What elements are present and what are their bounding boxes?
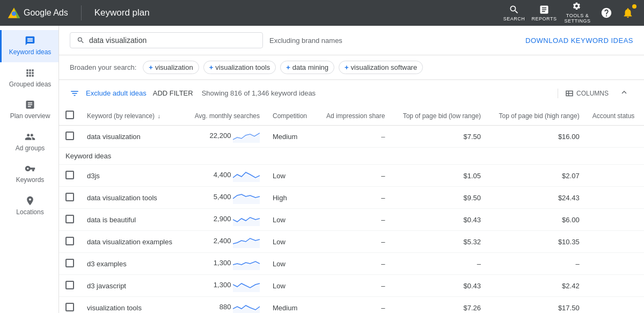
chevron-up-icon bbox=[619, 88, 629, 97]
search-input-wrapper[interactable] bbox=[70, 32, 263, 48]
svg-marker-3 bbox=[233, 133, 260, 143]
keyword-table: Keyword (by relevance) ↓ Avg. monthly se… bbox=[59, 106, 644, 313]
sparkline-chart bbox=[233, 191, 260, 204]
broaden-label: Broaden your search: bbox=[70, 63, 136, 71]
google-ads-logo-icon bbox=[6, 5, 21, 20]
keyword-cell: d3 javascript bbox=[80, 275, 184, 297]
broaden-chip-visualization-tools[interactable]: + visualization tools bbox=[203, 61, 276, 74]
search-nav-button[interactable]: SEARCH bbox=[500, 0, 528, 26]
keyword-header: Keyword (by relevance) ↓ bbox=[80, 106, 184, 126]
row-checkbox[interactable] bbox=[65, 171, 74, 179]
main-content: Excluding brand names DOWNLOAD KEYWORD I… bbox=[59, 26, 644, 313]
sparkline-chart bbox=[233, 130, 260, 143]
row-checkbox[interactable] bbox=[65, 303, 74, 311]
search-bar: Excluding brand names DOWNLOAD KEYWORD I… bbox=[59, 26, 644, 55]
keyword-cell: d3js bbox=[80, 165, 184, 187]
sidebar: Keyword ideas Grouped ideas Plan overvie… bbox=[0, 26, 59, 313]
keyword-cell: data visualization bbox=[80, 126, 184, 148]
columns-icon bbox=[565, 89, 574, 98]
sidebar-item-keywords[interactable]: Keywords bbox=[0, 158, 58, 190]
sidebar-item-plan-overview[interactable]: Plan overview bbox=[0, 94, 58, 126]
keyword-cell: d3 examples bbox=[80, 253, 184, 275]
tools-settings-nav-button[interactable]: TOOLS & SETTINGS bbox=[560, 0, 595, 26]
sort-icon[interactable]: ↓ bbox=[157, 113, 160, 119]
account-status-header: Account status bbox=[586, 106, 644, 126]
row-checkbox[interactable] bbox=[65, 193, 74, 201]
row-checkbox[interactable] bbox=[65, 215, 74, 223]
sidebar-item-label: Locations bbox=[16, 208, 43, 217]
sparkline-chart bbox=[233, 301, 260, 313]
top-bid-low-header: Top of page bid (low range) bbox=[391, 106, 487, 126]
table-row: d3js 4,400 Low – $1.05 $2.07 bbox=[59, 165, 644, 187]
sparkline-chart bbox=[233, 257, 260, 270]
table-row: data visualization examples 2,400 Low – … bbox=[59, 231, 644, 253]
sparkline-chart bbox=[233, 235, 260, 248]
row-checkbox[interactable] bbox=[65, 237, 74, 245]
search-input[interactable] bbox=[89, 36, 256, 45]
app-logo: Google Ads bbox=[6, 5, 68, 20]
keyword-cell: data is beautiful bbox=[80, 209, 184, 231]
help-button[interactable] bbox=[597, 3, 616, 23]
nav-divider bbox=[81, 5, 82, 20]
row-checkbox[interactable] bbox=[65, 259, 74, 267]
select-all-checkbox[interactable] bbox=[65, 111, 74, 119]
exclude-adult-button[interactable]: Exclude adult ideas bbox=[86, 89, 147, 97]
sparkline-chart bbox=[233, 213, 260, 226]
table-row: visualization tools 880 Medium – $7.26 $… bbox=[59, 297, 644, 314]
add-filter-button[interactable]: ADD FILTER bbox=[153, 89, 193, 97]
reports-nav-button[interactable]: REPORTS bbox=[530, 0, 558, 26]
sidebar-item-keyword-ideas[interactable]: Keyword ideas bbox=[0, 30, 58, 62]
broaden-search-bar: Broaden your search: + visualization + v… bbox=[59, 55, 644, 80]
keyword-ideas-section-header: Keyword ideas bbox=[59, 148, 644, 165]
sidebar-item-grouped-ideas[interactable]: Grouped ideas bbox=[0, 62, 58, 94]
row-checkbox[interactable] bbox=[65, 132, 74, 140]
sidebar-item-label: Grouped ideas bbox=[9, 81, 52, 89]
download-keyword-ideas-button[interactable]: DOWNLOAD KEYWORD IDEAS bbox=[525, 37, 633, 45]
select-all-header[interactable] bbox=[59, 106, 80, 126]
row-checkbox[interactable] bbox=[65, 281, 74, 289]
avg-monthly-header: Avg. monthly searches bbox=[184, 106, 266, 126]
competition-header: Competition bbox=[266, 106, 316, 126]
collapse-button[interactable] bbox=[615, 85, 633, 101]
svg-marker-7 bbox=[233, 238, 260, 248]
sparkline-chart bbox=[233, 169, 260, 182]
nav-icons: SEARCH REPORTS TOOLS & SETTINGS bbox=[500, 0, 638, 26]
broaden-chip-visualization-software[interactable]: + visualization software bbox=[339, 61, 423, 74]
app-name: Google Ads bbox=[24, 8, 68, 18]
table-row: d3 javascript 1,300 Low – $0.43 $2.42 bbox=[59, 275, 644, 297]
excluding-label: Excluding brand names bbox=[269, 37, 342, 45]
ad-impression-header: Ad impression share bbox=[316, 106, 392, 126]
table-row: data is beautiful 2,900 Low – $0.43 $6.0… bbox=[59, 209, 644, 231]
broaden-chip-visualization[interactable]: + visualization bbox=[143, 61, 199, 74]
keyword-cell: data visualization tools bbox=[80, 187, 184, 209]
keyword-cell: data visualization examples bbox=[80, 231, 184, 253]
table-row: data visualization tools 5,400 High – $9… bbox=[59, 187, 644, 209]
page-title: Keyword plan bbox=[94, 8, 150, 18]
filter-bar: Exclude adult ideas ADD FILTER Showing 8… bbox=[59, 80, 644, 106]
table-row: d3 examples 1,300 Low – – – bbox=[59, 253, 644, 275]
notifications-button[interactable] bbox=[618, 3, 638, 23]
broaden-chip-data-mining[interactable]: + data mining bbox=[280, 61, 334, 74]
columns-button[interactable]: COLUMNS bbox=[558, 89, 609, 98]
top-navigation: Google Ads Keyword plan SEARCH REPORTS T… bbox=[0, 0, 644, 26]
keyword-cell: visualization tools bbox=[80, 297, 184, 314]
sparkline-chart bbox=[233, 279, 260, 292]
sidebar-item-ad-groups[interactable]: Ad groups bbox=[0, 126, 58, 158]
sidebar-item-label: Keywords bbox=[16, 176, 45, 185]
sidebar-item-label: Keyword ideas bbox=[9, 48, 52, 57]
sidebar-item-label: Ad groups bbox=[16, 144, 45, 153]
main-keyword-row: data visualization 22,200 Medium – $7.50… bbox=[59, 126, 644, 148]
search-icon bbox=[77, 36, 85, 45]
showing-count: Showing 816 of 1,346 keyword ideas bbox=[202, 89, 316, 97]
main-layout: Keyword ideas Grouped ideas Plan overvie… bbox=[0, 26, 644, 313]
filter-icon bbox=[70, 89, 79, 98]
sidebar-item-label: Plan overview bbox=[10, 112, 50, 121]
sidebar-item-locations[interactable]: Locations bbox=[0, 190, 58, 222]
top-bid-high-header: Top of page bid (high range) bbox=[487, 106, 586, 126]
